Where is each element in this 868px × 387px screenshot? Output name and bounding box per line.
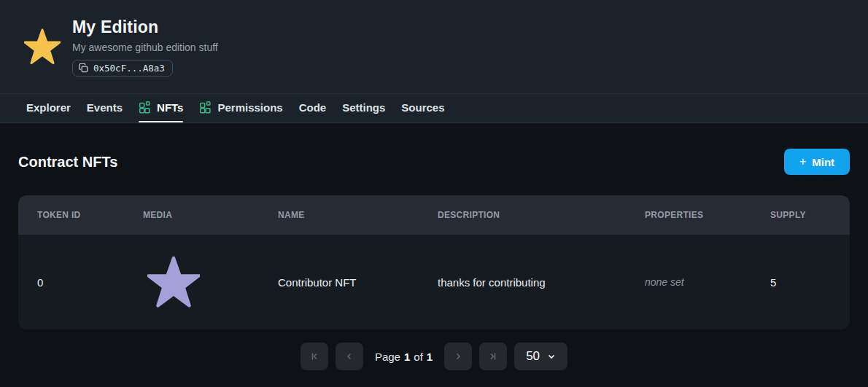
grid-squares-icon [199, 101, 212, 114]
copy-icon [79, 63, 88, 73]
column-header-media: MEDIA [124, 195, 259, 235]
last-page-icon [488, 351, 498, 361]
plus-icon: + [799, 155, 806, 168]
tab-bar: Explorer Events NFTs Permissions Code [0, 94, 868, 123]
table-row[interactable]: 0 Contributor NFT thanks for contributin… [18, 235, 850, 329]
first-page-button[interactable] [301, 343, 328, 370]
tab-nfts[interactable]: NFTs [139, 94, 183, 122]
nfts-panel: Contract NFTs + Mint TOKEN ID MEDIA NAME… [0, 123, 868, 370]
page-indicator: Page 1 of 1 [371, 351, 437, 363]
tab-explorer[interactable]: Explorer [26, 94, 71, 122]
mint-button-label: Mint [812, 156, 834, 168]
current-page: 1 [404, 351, 410, 363]
tab-label: NFTs [157, 101, 183, 114]
chevron-left-icon [344, 351, 354, 361]
grid-squares-icon [139, 101, 151, 114]
column-header-description: DESCRIPTION [419, 195, 626, 235]
pagination: Page 1 of 1 50 [18, 343, 850, 370]
tab-settings[interactable]: Settings [342, 94, 385, 122]
tab-label: Code [299, 101, 327, 114]
first-page-icon [309, 351, 319, 361]
contract-avatar [24, 28, 61, 65]
table-header-row: TOKEN ID MEDIA NAME DESCRIPTION PROPERTI… [18, 195, 850, 235]
heading-row: Contract NFTs + Mint [18, 123, 850, 175]
cell-name: Contributor NFT [259, 235, 419, 329]
mint-button[interactable]: + Mint [784, 149, 850, 175]
tab-code[interactable]: Code [299, 94, 327, 122]
column-header-name: NAME [259, 195, 419, 235]
cell-token-id: 0 [18, 235, 124, 329]
tab-label: Events [87, 101, 123, 114]
contract-address: 0x50cF...A8a3 [93, 63, 165, 74]
tab-label: Sources [401, 101, 444, 114]
contract-address-badge[interactable]: 0x50cF...A8a3 [72, 60, 173, 77]
of-word: of [414, 351, 423, 363]
next-page-button[interactable] [444, 343, 472, 370]
cell-description: thanks for contributing [419, 235, 626, 329]
column-header-properties: PROPERTIES [626, 195, 751, 235]
star-image [147, 256, 200, 308]
tab-events[interactable]: Events [87, 94, 123, 122]
section-heading: Contract NFTs [18, 154, 117, 171]
contract-header: My Edition My awesome github edition stu… [0, 0, 868, 94]
column-header-token-id: TOKEN ID [18, 195, 124, 235]
last-page-button[interactable] [479, 343, 507, 370]
page-subtitle: My awesome github edition stuff [72, 42, 218, 53]
cell-media [124, 235, 259, 329]
page-word: Page [375, 351, 400, 363]
tab-sources[interactable]: Sources [401, 94, 444, 122]
page-title: My Edition [72, 17, 218, 37]
nft-table: TOKEN ID MEDIA NAME DESCRIPTION PROPERTI… [18, 195, 850, 329]
cell-supply: 5 [751, 235, 850, 329]
page-size-value: 50 [526, 349, 540, 364]
contract-header-text: My Edition My awesome github edition stu… [72, 17, 218, 77]
tab-label: Explorer [26, 101, 71, 114]
tab-label: Permissions [217, 101, 282, 114]
star-icon [24, 28, 61, 65]
previous-page-button[interactable] [336, 343, 363, 370]
cell-properties: none set [626, 235, 751, 329]
chevron-right-icon [453, 351, 463, 361]
chevron-down-icon [547, 352, 556, 361]
tab-permissions[interactable]: Permissions [199, 94, 282, 122]
total-pages: 1 [427, 351, 433, 363]
column-header-supply: SUPPLY [751, 195, 850, 235]
page-size-select[interactable]: 50 [514, 343, 567, 370]
tab-label: Settings [342, 101, 385, 114]
